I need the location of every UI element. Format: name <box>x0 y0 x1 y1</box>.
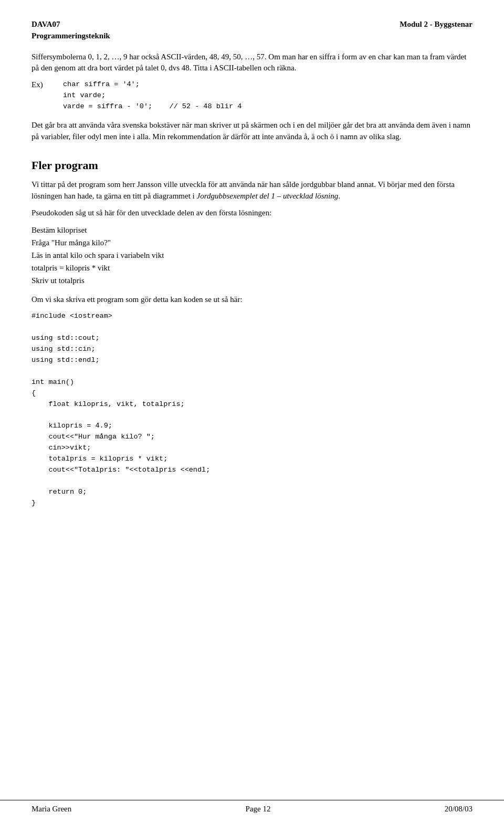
pseudocode-line-4: totalpris = kilopris * vikt <box>32 262 472 274</box>
pseudocode-line-3: Läs in antal kilo och spara i variabeln … <box>32 249 472 262</box>
course-code: DAVA07 <box>32 19 110 30</box>
example-label: Ex) <box>32 79 63 112</box>
pseudocode-line-2: Fråga "Hur många kilo?" <box>32 236 472 249</box>
section-paragraph-1: Vi tittar på det program som herr Jansso… <box>32 179 472 202</box>
footer-page: Page 12 <box>245 804 270 815</box>
page-footer: Maria Green Page 12 20/08/03 <box>0 800 504 815</box>
section-title: Fler program <box>32 157 472 174</box>
example-code: char siffra = '4'; int varde; varde = si… <box>63 79 242 112</box>
intro-paragraph: Siffersymbolerna 0, 1, 2, …, 9 har också… <box>32 51 472 75</box>
course-name: Programmeringsteknik <box>32 30 110 42</box>
pseudocode-block: Bestäm kilopriset Fråga "Hur många kilo?… <box>32 224 472 287</box>
body-paragraph-1: Det går bra att använda våra svenska bok… <box>32 120 472 143</box>
section-paragraph-3: Om vi ska skriva ett program som gör det… <box>32 294 472 306</box>
footer-author: Maria Green <box>32 804 71 815</box>
section-paragraph-2: Pseudokoden såg ut så här för den utveck… <box>32 207 472 219</box>
page-header: DAVA07 Programmeringsteknik Modul 2 - By… <box>32 19 472 42</box>
header-title-left: DAVA07 Programmeringsteknik <box>32 19 110 42</box>
pseudocode-line-5: Skriv ut totalpris <box>32 274 472 287</box>
header-title-right: Modul 2 - Byggstenar <box>400 19 472 42</box>
footer-date: 20/08/03 <box>445 804 472 815</box>
example-block: Ex) char siffra = '4'; int varde; varde … <box>32 79 472 112</box>
main-code-block: #include <iostream> using std::cout; usi… <box>32 311 472 509</box>
pseudocode-line-1: Bestäm kilopriset <box>32 224 472 236</box>
